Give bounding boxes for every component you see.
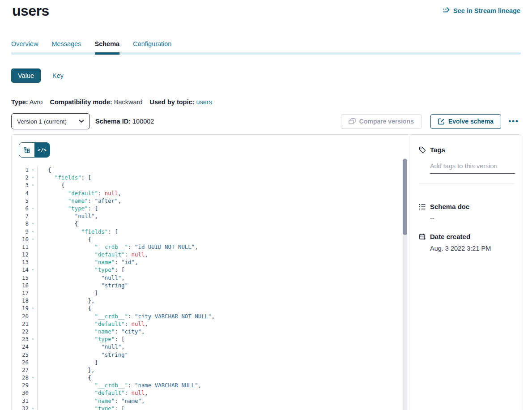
type-field: Type: Avro bbox=[11, 98, 43, 106]
code-line: 13 "name": "id", bbox=[12, 258, 403, 266]
line-number: 14 bbox=[12, 266, 29, 273]
value-key-toggle: Value Key bbox=[11, 68, 64, 83]
fold-toggle-icon[interactable]: ▾ bbox=[29, 235, 37, 243]
evolve-schema-button[interactable]: Evolve schema bbox=[430, 114, 501, 129]
fold-toggle-icon[interactable]: ▾ bbox=[29, 174, 37, 181]
schema-sidebar: Tags Schema doc -- bbox=[411, 135, 521, 410]
line-number: 8 bbox=[12, 220, 29, 227]
sidebar-divider bbox=[419, 184, 515, 184]
code-line: 29 "__crdb__": "name VARCHAR NULL", bbox=[12, 381, 403, 389]
code-text: "default": null, bbox=[37, 251, 403, 258]
code-line: 6▾ "type": [ bbox=[12, 205, 403, 212]
code-text: "default": null, bbox=[37, 389, 403, 397]
line-number: 20 bbox=[12, 312, 29, 320]
code-text: "string" bbox=[37, 351, 403, 359]
code-line: 15 "null", bbox=[12, 274, 403, 282]
fold-gutter-spacer bbox=[29, 381, 37, 389]
code-text: "null", bbox=[37, 343, 403, 350]
tab-configuration[interactable]: Configuration bbox=[133, 40, 171, 47]
code-text: "name": "name", bbox=[37, 397, 403, 405]
line-number: 23 bbox=[12, 335, 29, 343]
code-text: "string" bbox=[37, 282, 403, 289]
code-lines: 1▾{2▾ "fields": [3▾ {4 "default": null,5… bbox=[12, 166, 403, 410]
date-created-heading: Date created bbox=[430, 233, 470, 240]
code-line: 9▾ "fields": [ bbox=[12, 228, 403, 235]
fold-gutter-spacer bbox=[29, 289, 37, 297]
fold-toggle-icon[interactable]: ▾ bbox=[29, 166, 37, 174]
line-number: 7 bbox=[12, 212, 29, 220]
code-line: 17 ] bbox=[12, 289, 403, 297]
schema-id-value: 100002 bbox=[132, 118, 154, 125]
code-text: "type": [ bbox=[37, 266, 403, 273]
line-number: 22 bbox=[12, 328, 29, 335]
fold-toggle-icon[interactable]: ▾ bbox=[29, 181, 37, 189]
code-text: "name": "id", bbox=[37, 258, 403, 266]
tab-bar: Overview Messages Schema Configuration bbox=[11, 40, 521, 55]
code-text: }, bbox=[37, 297, 403, 304]
edit-icon bbox=[438, 118, 445, 125]
fold-toggle-icon[interactable]: ▾ bbox=[29, 220, 37, 227]
code-text: "default": null, bbox=[37, 189, 403, 197]
code-line: 30 "default": null, bbox=[12, 389, 403, 397]
type-label: Type: bbox=[11, 98, 28, 106]
line-number: 2 bbox=[12, 174, 29, 181]
line-number: 10 bbox=[12, 235, 29, 243]
editor-toolbar: </> bbox=[12, 135, 411, 158]
schema-editor: </> 1▾{2▾ "fields": [3▾ {4 "default": nu… bbox=[12, 135, 411, 410]
code-view-icon: </> bbox=[38, 147, 47, 153]
fold-toggle-icon[interactable]: ▾ bbox=[29, 266, 37, 273]
code-text: { bbox=[37, 181, 403, 189]
fold-toggle-icon[interactable]: ▾ bbox=[29, 374, 37, 381]
code-text: { bbox=[37, 235, 403, 243]
line-number: 21 bbox=[12, 320, 29, 328]
fold-gutter-spacer bbox=[29, 251, 37, 258]
compare-versions-icon bbox=[349, 118, 356, 124]
code-text: "fields": [ bbox=[37, 228, 403, 235]
code-line: 5 "name": "after", bbox=[12, 197, 403, 205]
line-number: 12 bbox=[12, 251, 29, 258]
fold-toggle-icon[interactable]: ▾ bbox=[29, 304, 37, 312]
date-created-section: Date created Aug. 3 2022 3:21 PM bbox=[419, 233, 515, 252]
line-number: 15 bbox=[12, 274, 29, 282]
code-view-button[interactable]: </> bbox=[34, 143, 50, 157]
line-number: 26 bbox=[12, 359, 29, 366]
compare-versions-button[interactable]: Compare versions bbox=[341, 114, 421, 129]
fold-gutter-spacer bbox=[29, 212, 37, 220]
editor-scrollbar-thumb[interactable] bbox=[403, 159, 407, 235]
fold-toggle-icon[interactable]: ▾ bbox=[29, 335, 37, 343]
fold-toggle-icon[interactable]: ▾ bbox=[29, 405, 37, 410]
used-by-topic-field: Used by topic: users bbox=[149, 98, 212, 106]
code-line: 7 "null", bbox=[12, 212, 403, 220]
editor-scrollbar-track[interactable] bbox=[403, 158, 407, 410]
tab-messages[interactable]: Messages bbox=[51, 40, 81, 47]
more-actions-button[interactable]: ••• bbox=[506, 117, 521, 126]
fold-toggle-icon[interactable]: ▾ bbox=[29, 205, 37, 212]
value-toggle-button[interactable]: Value bbox=[11, 68, 41, 83]
compare-versions-label: Compare versions bbox=[359, 118, 414, 125]
code-line: 2▾ "fields": [ bbox=[12, 174, 403, 181]
tree-view-button[interactable] bbox=[19, 143, 34, 157]
line-number: 4 bbox=[12, 189, 29, 197]
tab-schema[interactable]: Schema bbox=[95, 40, 120, 47]
code-line: 24 "null", bbox=[12, 343, 403, 350]
tab-overview[interactable]: Overview bbox=[11, 40, 38, 47]
line-number: 29 bbox=[12, 381, 29, 389]
line-number: 17 bbox=[12, 289, 29, 297]
line-number: 16 bbox=[12, 282, 29, 289]
version-select[interactable]: Version 1 (current) bbox=[11, 113, 90, 129]
fold-toggle-icon[interactable]: ▾ bbox=[29, 228, 37, 235]
schema-id-field: Schema ID: 100002 bbox=[95, 118, 154, 125]
fold-gutter-spacer bbox=[29, 366, 37, 374]
add-tags-input[interactable] bbox=[430, 162, 515, 174]
fold-gutter-spacer bbox=[29, 243, 37, 251]
code-line: 22 "name": "city", bbox=[12, 328, 403, 335]
code-text: "__crdb__": "city VARCHAR NOT NULL", bbox=[37, 312, 403, 320]
compatibility-value: Backward bbox=[114, 98, 143, 106]
key-toggle-button[interactable]: Key bbox=[52, 72, 64, 79]
page-title: users bbox=[12, 3, 49, 19]
stream-lineage-link[interactable]: See in Stream lineage bbox=[443, 7, 520, 14]
code-line: 4 "default": null, bbox=[12, 189, 403, 197]
topic-link[interactable]: users bbox=[196, 98, 212, 106]
type-value: Avro bbox=[30, 98, 43, 106]
line-number: 24 bbox=[12, 343, 29, 350]
